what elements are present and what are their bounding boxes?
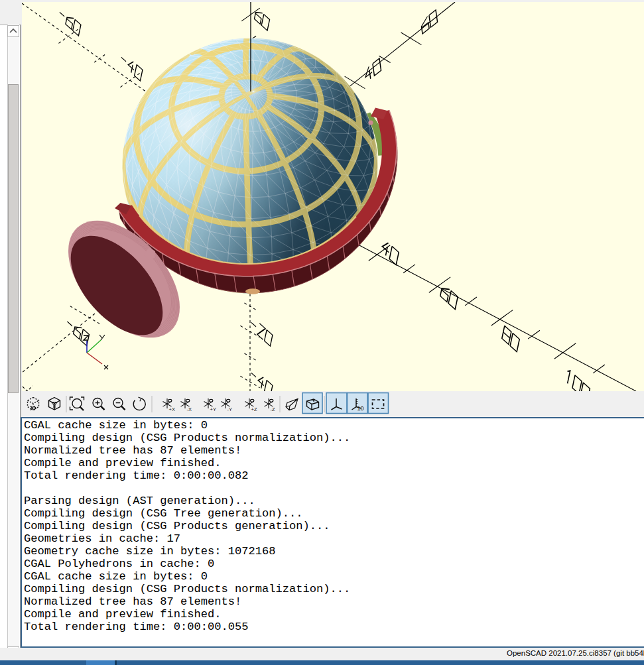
svg-text:-Y: -Y	[227, 406, 233, 412]
svg-text:+X: +X	[169, 406, 175, 412]
svg-text:+Z: +Z	[251, 406, 257, 412]
svg-text:+Y: +Y	[210, 406, 216, 412]
svg-text:-Z: -Z	[271, 406, 275, 412]
svg-text:-X: -X	[187, 406, 192, 412]
svg-text:10: 10	[357, 405, 364, 412]
